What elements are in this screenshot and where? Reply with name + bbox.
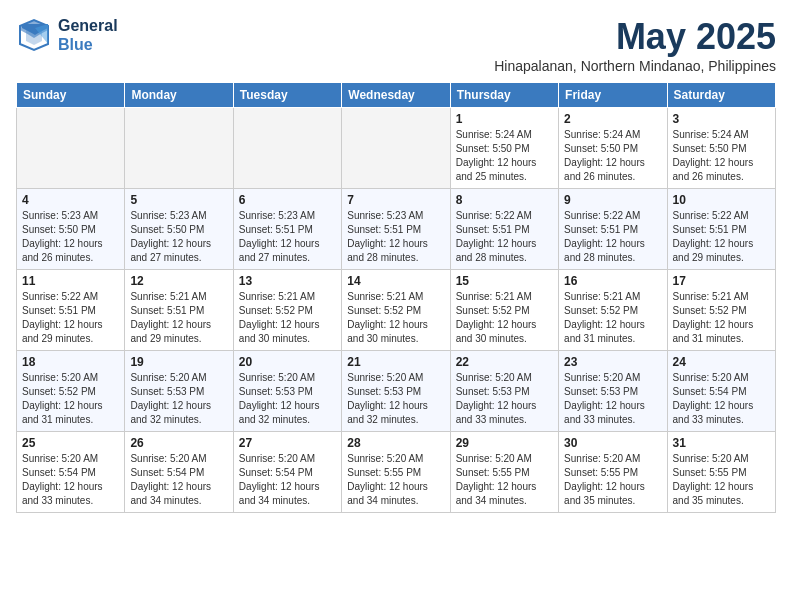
day-info: Sunrise: 5:22 AM Sunset: 5:51 PM Dayligh… <box>22 290 119 346</box>
day-info: Sunrise: 5:20 AM Sunset: 5:53 PM Dayligh… <box>239 371 336 427</box>
day-number: 21 <box>347 355 444 369</box>
title-block: May 2025 Hinapalanan, Northern Mindanao,… <box>494 16 776 74</box>
calendar-cell: 8Sunrise: 5:22 AM Sunset: 5:51 PM Daylig… <box>450 189 558 270</box>
week-row-4: 18Sunrise: 5:20 AM Sunset: 5:52 PM Dayli… <box>17 351 776 432</box>
calendar-cell: 6Sunrise: 5:23 AM Sunset: 5:51 PM Daylig… <box>233 189 341 270</box>
day-number: 20 <box>239 355 336 369</box>
day-info: Sunrise: 5:23 AM Sunset: 5:50 PM Dayligh… <box>22 209 119 265</box>
calendar-cell: 23Sunrise: 5:20 AM Sunset: 5:53 PM Dayli… <box>559 351 667 432</box>
calendar-cell: 31Sunrise: 5:20 AM Sunset: 5:55 PM Dayli… <box>667 432 775 513</box>
calendar-cell: 15Sunrise: 5:21 AM Sunset: 5:52 PM Dayli… <box>450 270 558 351</box>
calendar-cell: 26Sunrise: 5:20 AM Sunset: 5:54 PM Dayli… <box>125 432 233 513</box>
col-header-tuesday: Tuesday <box>233 83 341 108</box>
day-info: Sunrise: 5:22 AM Sunset: 5:51 PM Dayligh… <box>673 209 770 265</box>
calendar-cell: 5Sunrise: 5:23 AM Sunset: 5:50 PM Daylig… <box>125 189 233 270</box>
day-number: 16 <box>564 274 661 288</box>
day-number: 23 <box>564 355 661 369</box>
day-info: Sunrise: 5:22 AM Sunset: 5:51 PM Dayligh… <box>456 209 553 265</box>
day-number: 9 <box>564 193 661 207</box>
day-number: 14 <box>347 274 444 288</box>
calendar-cell: 16Sunrise: 5:21 AM Sunset: 5:52 PM Dayli… <box>559 270 667 351</box>
day-number: 12 <box>130 274 227 288</box>
calendar-cell: 7Sunrise: 5:23 AM Sunset: 5:51 PM Daylig… <box>342 189 450 270</box>
col-header-wednesday: Wednesday <box>342 83 450 108</box>
day-number: 5 <box>130 193 227 207</box>
day-info: Sunrise: 5:24 AM Sunset: 5:50 PM Dayligh… <box>456 128 553 184</box>
logo-name-general: General <box>58 16 118 35</box>
calendar-cell <box>125 108 233 189</box>
day-info: Sunrise: 5:21 AM Sunset: 5:52 PM Dayligh… <box>456 290 553 346</box>
calendar-cell: 12Sunrise: 5:21 AM Sunset: 5:51 PM Dayli… <box>125 270 233 351</box>
day-number: 18 <box>22 355 119 369</box>
day-info: Sunrise: 5:24 AM Sunset: 5:50 PM Dayligh… <box>673 128 770 184</box>
day-info: Sunrise: 5:24 AM Sunset: 5:50 PM Dayligh… <box>564 128 661 184</box>
day-info: Sunrise: 5:20 AM Sunset: 5:55 PM Dayligh… <box>673 452 770 508</box>
col-header-sunday: Sunday <box>17 83 125 108</box>
day-number: 27 <box>239 436 336 450</box>
day-info: Sunrise: 5:23 AM Sunset: 5:51 PM Dayligh… <box>239 209 336 265</box>
col-header-friday: Friday <box>559 83 667 108</box>
day-number: 22 <box>456 355 553 369</box>
day-number: 28 <box>347 436 444 450</box>
calendar-cell <box>342 108 450 189</box>
day-info: Sunrise: 5:20 AM Sunset: 5:54 PM Dayligh… <box>673 371 770 427</box>
day-number: 10 <box>673 193 770 207</box>
day-number: 19 <box>130 355 227 369</box>
calendar-cell: 21Sunrise: 5:20 AM Sunset: 5:53 PM Dayli… <box>342 351 450 432</box>
logo: General Blue <box>16 16 118 54</box>
calendar-cell: 13Sunrise: 5:21 AM Sunset: 5:52 PM Dayli… <box>233 270 341 351</box>
day-number: 25 <box>22 436 119 450</box>
day-number: 1 <box>456 112 553 126</box>
day-info: Sunrise: 5:20 AM Sunset: 5:53 PM Dayligh… <box>130 371 227 427</box>
calendar-table: SundayMondayTuesdayWednesdayThursdayFrid… <box>16 82 776 513</box>
calendar-cell <box>17 108 125 189</box>
calendar-header-row: SundayMondayTuesdayWednesdayThursdayFrid… <box>17 83 776 108</box>
day-info: Sunrise: 5:21 AM Sunset: 5:51 PM Dayligh… <box>130 290 227 346</box>
location-subtitle: Hinapalanan, Northern Mindanao, Philippi… <box>494 58 776 74</box>
day-info: Sunrise: 5:20 AM Sunset: 5:55 PM Dayligh… <box>564 452 661 508</box>
day-info: Sunrise: 5:21 AM Sunset: 5:52 PM Dayligh… <box>347 290 444 346</box>
week-row-5: 25Sunrise: 5:20 AM Sunset: 5:54 PM Dayli… <box>17 432 776 513</box>
day-info: Sunrise: 5:20 AM Sunset: 5:52 PM Dayligh… <box>22 371 119 427</box>
day-info: Sunrise: 5:20 AM Sunset: 5:54 PM Dayligh… <box>239 452 336 508</box>
calendar-cell: 24Sunrise: 5:20 AM Sunset: 5:54 PM Dayli… <box>667 351 775 432</box>
calendar-cell: 14Sunrise: 5:21 AM Sunset: 5:52 PM Dayli… <box>342 270 450 351</box>
page-header: General Blue May 2025 Hinapalanan, North… <box>16 16 776 74</box>
calendar-cell: 18Sunrise: 5:20 AM Sunset: 5:52 PM Dayli… <box>17 351 125 432</box>
calendar-cell: 20Sunrise: 5:20 AM Sunset: 5:53 PM Dayli… <box>233 351 341 432</box>
logo-name-blue: Blue <box>58 35 118 54</box>
day-number: 4 <box>22 193 119 207</box>
calendar-cell: 1Sunrise: 5:24 AM Sunset: 5:50 PM Daylig… <box>450 108 558 189</box>
day-info: Sunrise: 5:20 AM Sunset: 5:53 PM Dayligh… <box>564 371 661 427</box>
day-info: Sunrise: 5:20 AM Sunset: 5:54 PM Dayligh… <box>22 452 119 508</box>
col-header-saturday: Saturday <box>667 83 775 108</box>
day-number: 30 <box>564 436 661 450</box>
day-info: Sunrise: 5:22 AM Sunset: 5:51 PM Dayligh… <box>564 209 661 265</box>
calendar-cell: 11Sunrise: 5:22 AM Sunset: 5:51 PM Dayli… <box>17 270 125 351</box>
day-number: 3 <box>673 112 770 126</box>
calendar-cell: 30Sunrise: 5:20 AM Sunset: 5:55 PM Dayli… <box>559 432 667 513</box>
calendar-cell: 3Sunrise: 5:24 AM Sunset: 5:50 PM Daylig… <box>667 108 775 189</box>
calendar-cell: 27Sunrise: 5:20 AM Sunset: 5:54 PM Dayli… <box>233 432 341 513</box>
week-row-1: 1Sunrise: 5:24 AM Sunset: 5:50 PM Daylig… <box>17 108 776 189</box>
calendar-cell: 28Sunrise: 5:20 AM Sunset: 5:55 PM Dayli… <box>342 432 450 513</box>
day-info: Sunrise: 5:20 AM Sunset: 5:54 PM Dayligh… <box>130 452 227 508</box>
day-number: 26 <box>130 436 227 450</box>
day-info: Sunrise: 5:21 AM Sunset: 5:52 PM Dayligh… <box>239 290 336 346</box>
day-number: 6 <box>239 193 336 207</box>
day-number: 7 <box>347 193 444 207</box>
calendar-cell: 22Sunrise: 5:20 AM Sunset: 5:53 PM Dayli… <box>450 351 558 432</box>
day-number: 24 <box>673 355 770 369</box>
day-info: Sunrise: 5:21 AM Sunset: 5:52 PM Dayligh… <box>564 290 661 346</box>
day-number: 29 <box>456 436 553 450</box>
day-info: Sunrise: 5:20 AM Sunset: 5:55 PM Dayligh… <box>347 452 444 508</box>
day-info: Sunrise: 5:23 AM Sunset: 5:51 PM Dayligh… <box>347 209 444 265</box>
day-info: Sunrise: 5:20 AM Sunset: 5:53 PM Dayligh… <box>347 371 444 427</box>
calendar-cell: 2Sunrise: 5:24 AM Sunset: 5:50 PM Daylig… <box>559 108 667 189</box>
day-number: 13 <box>239 274 336 288</box>
day-number: 31 <box>673 436 770 450</box>
logo-icon <box>16 16 54 54</box>
day-number: 2 <box>564 112 661 126</box>
calendar-cell: 29Sunrise: 5:20 AM Sunset: 5:55 PM Dayli… <box>450 432 558 513</box>
day-number: 15 <box>456 274 553 288</box>
